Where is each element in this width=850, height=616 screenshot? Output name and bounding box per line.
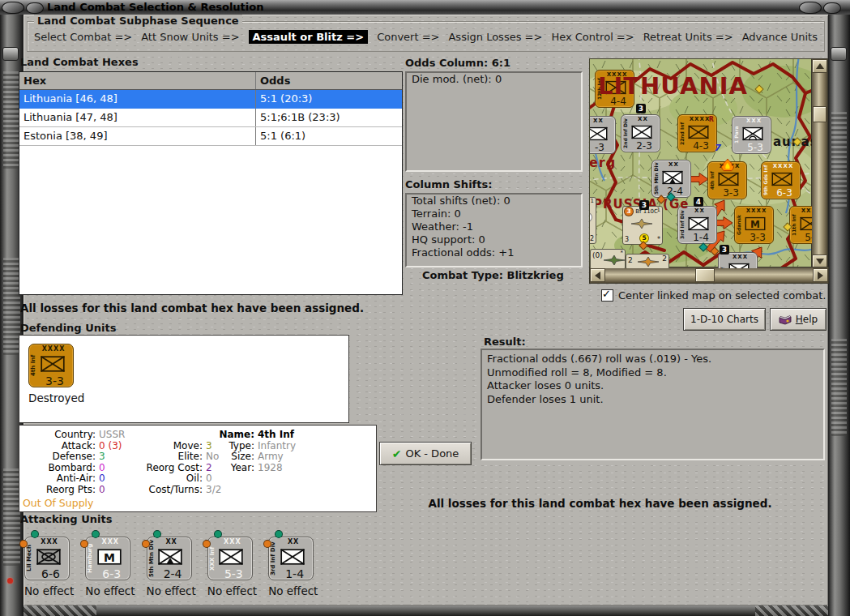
odds-line: Die mod. (net): 0 [407,73,581,86]
stat-row: Attack:0 (3) [23,441,125,452]
charts-button[interactable]: 1-D-10 Charts [683,308,766,331]
unit-strength-label: 2-4 [660,186,690,197]
map-unit-counter[interactable]: XX2nd Inf Div2-3 [621,114,660,152]
unit-symbol-icon [662,171,683,185]
window-menu-icon[interactable] [2,2,24,14]
subphase-sequence-steps: Select Combat =>Att Snow Units =>Assault… [34,30,818,44]
unit-strength-label: 4-3 [686,140,716,152]
map-unit-counter[interactable]: XXXInf [718,252,758,269]
map-unit-counter[interactable]: XXX1 Para5-3 [732,116,771,154]
frame-knob [831,47,847,61]
ready-dot-icon [275,530,283,538]
unit-symbol-icon [718,173,739,186]
unit-counter[interactable]: XXXXXX Inf5-3 [207,537,253,580]
attacking-unit-cell[interactable]: XX5th Mtn Div2-4No effect [147,537,196,597]
scroll-left-icon[interactable] [590,268,605,282]
map-air-unit-card[interactable]: 2 2 [626,254,669,269]
shift-line: HQ support: 0 [407,233,581,246]
shift-line: Terrain: 0 [407,207,581,220]
ready-dot-icon [214,530,222,538]
unit-strength-label: 5-3 [797,232,813,243]
stat-row: Anti-Air:0 [23,473,125,485]
map-unit-counter[interactable]: XXXX9th Gds Inf6-3 [761,161,801,199]
window-close-icon[interactable] [799,2,822,14]
unit-strength-label: 3-3 [742,232,773,243]
sequence-step[interactable]: Hex Control => [551,31,634,43]
map-unit-counter[interactable]: XX-3 [589,116,616,154]
ready-dot-icon [153,530,161,538]
unit-effect-label: No effect [207,584,257,597]
center-map-option[interactable]: Center linked map on selected combat. [601,289,826,302]
unit-counter[interactable]: XX3rd Inf Div1-4 [268,537,314,580]
sequence-step[interactable]: Att Snow Units => [141,31,239,43]
help-button[interactable]: Help [770,308,827,331]
unit-strength-label: 5-3 [216,567,252,580]
ready-dot-icon [31,530,39,538]
unit-name-label: Gdansk [735,208,742,242]
title-bar[interactable]: Land Combat Selection & Resolution [0,0,850,15]
map-unit-counter[interactable]: XXXX11th Inf5-3 [789,206,813,244]
combat-type-label: Combat Type: [422,269,503,281]
combat-hexes-title: Land Combat Hexes [20,56,139,68]
unit-effect-label: No effect [24,584,74,597]
linked-map[interactable]: LITHUANIAaunasergPRUSSIA (GeXXXX12th Inf… [589,58,827,284]
land-combat-window: Land Combat Selection & Resolution Land … [0,0,850,616]
combat-hex-row[interactable]: Lithuania [47, 48]5:1;6:1B (23:3) [19,109,402,127]
sequence-step[interactable]: Assign Losses => [448,31,542,43]
map-unit-counter[interactable]: XX3rd Inf Div1-4 [677,206,717,244]
unit-symbol-icon: M [745,217,766,231]
window-button-icon[interactable] [26,2,44,14]
unit-counter[interactable]: XXXLII Mech6-6 [24,537,70,580]
map-unit-counter[interactable]: XXXXGdanskM3-3 [734,206,774,244]
unit-name-label: 2nd Inf Div [621,117,629,150]
result-title: Result: [484,336,526,348]
unit-size-label: XX [274,538,313,545]
unit-strength-label: 1-4 [276,567,313,580]
scroll-up-icon[interactable] [812,59,827,73]
map-view[interactable]: LITHUANIAaunasergPRUSSIA (GeXXXX12th Inf… [589,58,813,269]
unit-size-label: XX [589,118,615,124]
ok-done-button[interactable]: OK - Done [379,442,472,465]
map-air-unit-card[interactable]: (0)* [590,249,626,269]
sequence-step[interactable]: Convert => [377,31,439,43]
column-shifts-title: Column Shifts: [405,178,492,190]
defending-units-title: Defending Units [20,322,116,334]
result-line: Fractional odds (.667) roll was (.019) -… [482,353,823,366]
unit-counter[interactable]: XXXHamburgM6-3 [85,537,130,580]
sequence-step-active[interactable]: Assault or Blitz => [249,30,369,44]
sequence-step[interactable]: Select Combat => [34,31,132,43]
map-air-unit-card[interactable]: 3 Bf 110C 1 3 5 * [622,206,663,245]
unit-counter[interactable]: XX5th Mtn Div2-4 [147,537,192,580]
sequence-step[interactable]: Advance Units [742,31,818,43]
sequence-step[interactable]: Retreat Units => [643,31,733,43]
attacking-unit-cell[interactable]: XXXXXX Inf5-3No effect [207,537,257,597]
map-unit-counter[interactable]: XXXX22nd Inf4-3R [677,114,717,152]
defending-unit-cell[interactable]: XXXX4th Inf3-3Destroyed [28,344,84,404]
combat-hex-row[interactable]: Estonia [38, 49]5:1 (6:1) [19,127,402,146]
unit-name-label: 22nd Inf [678,117,686,150]
unit-size-label: XXX [737,118,771,124]
attacking-unit-cell[interactable]: XXXHamburgM6-3No effect [85,537,135,597]
fire-icon [720,159,736,172]
stat-row: Elite:No [123,451,221,463]
unit-strength-label: 2-4 [155,567,191,580]
center-map-checkbox[interactable] [601,289,613,302]
map-place-label: LITHUANIA [598,72,748,100]
stat-row: Type:Infantry [216,441,296,452]
scroll-right-icon[interactable] [813,268,828,282]
vertical-scroll-thumb[interactable] [813,106,827,122]
map-horizontal-scrollbar[interactable] [589,267,829,284]
attacking-unit-cell[interactable]: XX3rd Inf Div1-4No effect [268,537,318,597]
map-unit-counter[interactable]: XXXX4th Inf3-3 [707,161,747,199]
unit-counter[interactable]: XXXX4th Inf3-3 [28,344,74,387]
map-vertical-scrollbar[interactable] [811,58,828,269]
attacking-unit-cell[interactable]: XXXLII Mech6-6No effect [24,537,74,597]
center-map-label: Center linked map on selected combat. [618,289,826,302]
map-objective-marker [698,242,707,251]
horizontal-scroll-thumb[interactable] [695,268,715,282]
map-stack-badge: 3 [720,245,729,255]
map-air-unit-card[interactable]: 1 7 812 [589,197,596,244]
unit-effect-label: No effect [268,584,318,597]
combat-hex-row[interactable]: Lithuania [46, 48]5:1 (20:3) [19,90,402,109]
unit-size-label: XXX [30,538,69,545]
